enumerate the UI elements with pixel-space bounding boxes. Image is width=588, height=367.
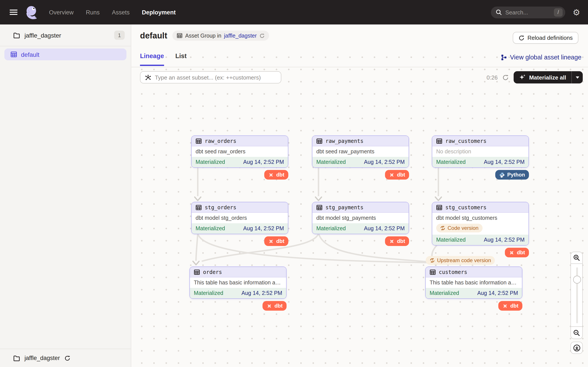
asset-node-stg_payments[interactable]: stg_payments dbt model stg_payments Mate… [312,202,409,234]
asset-status: Materialized [196,159,225,165]
search-placeholder: Search... [505,9,550,16]
upstream-code-version-label: Upstream code version [437,257,491,263]
dbt-badge: dbt [264,236,288,246]
sidebar-group-label: jaffle_dagster [25,32,61,39]
nav-item-runs[interactable]: Runs [86,9,100,16]
sidebar-group-jaffle-dagster[interactable]: jaffle_dagster 1 [0,25,131,46]
asset-node-header: stg_customers [432,202,528,213]
asset-name: raw_payments [326,138,363,144]
repo-label: jaffle_dagster [25,355,60,361]
asset-node-header: orders [190,267,286,277]
badge-label: dbt [397,238,405,244]
asset-node-raw_orders[interactable]: raw_orders dbt seed raw_orders Materiali… [191,135,288,168]
search-input[interactable]: Search... / [491,6,565,18]
asset-status-row: Materialized Aug 14, 2:52 PM [192,157,288,167]
asset-timestamp: Aug 14, 2:52 PM [243,225,284,232]
badge-label: dbt [510,303,519,309]
zoom-slider-handle[interactable] [573,276,581,284]
folder-icon [13,32,20,39]
asset-status-row: Materialized Aug 14, 2:52 PM [432,157,528,167]
asset-timestamp: Aug 14, 2:52 PM [477,290,518,296]
asset-node-stg_customers[interactable]: stg_customers dbt model stg_customers Co… [432,202,529,246]
upstream-code-version-tag: Upstream code version [426,256,495,265]
nav-links: Overview Runs Assets Deployment [49,9,176,16]
dbt-badge: dbt [499,301,522,311]
reload-repo-icon[interactable] [64,355,70,361]
folder-icon [13,355,20,362]
table-icon [436,204,442,210]
badge-label: dbt [276,238,284,244]
code-version-sync-icon [440,225,445,231]
asset-timestamp: Aug 14, 2:52 PM [364,225,405,232]
asset-group-icon [10,51,17,58]
dagster-logo-icon[interactable] [25,5,39,20]
asset-name: raw_customers [445,138,486,144]
asset-status: Materialized [430,290,459,296]
badge-label: Python [507,172,525,178]
asset-name: raw_orders [205,138,236,144]
top-nav: Overview Runs Assets Deployment Search..… [0,0,588,25]
menu-icon[interactable] [10,9,17,15]
asset-status: Materialized [436,159,466,165]
sidebar-item-label: default [21,51,39,58]
dbt-logo-icon [267,303,272,309]
dbt-logo-icon [268,172,274,178]
asset-name: stg_orders [205,204,236,210]
asset-tags: Code version [432,223,528,235]
asset-node-customers[interactable]: customers This table has basic informati… [425,267,522,299]
asset-node-orders[interactable]: orders This table has basic information … [190,267,286,299]
table-icon [196,204,202,210]
badge-label: dbt [397,172,405,178]
sidebar-item-default[interactable]: default [4,49,126,60]
asset-status: Materialized [194,290,223,296]
badge-label: dbt [517,250,525,256]
dbt-logo-icon [509,250,515,255]
asset-name: stg_payments [326,204,363,210]
asset-description: dbt seed raw_orders [192,146,288,157]
python-badge: Python [495,170,529,180]
asset-description: This table has basic information about .… [190,277,286,288]
asset-node-header: raw_customers [432,136,528,146]
zoom-controls [571,252,583,339]
asset-status-row: Materialized Aug 14, 2:52 PM [432,235,528,245]
asset-status-row: Materialized Aug 14, 2:52 PM [312,157,409,167]
dagster-app: Overview Runs Assets Deployment Search..… [0,0,588,367]
code-version-tag: Code version [436,224,482,233]
code-version-sync-icon [430,258,435,263]
asset-status-row: Materialized Aug 14, 2:52 PM [312,223,409,234]
sidebar: jaffle_dagster 1 default jaffle_dagster [0,25,131,367]
badge-label: dbt [275,303,283,309]
sidebar-footer-repo: jaffle_dagster [0,349,131,367]
asset-timestamp: Aug 14, 2:52 PM [484,237,525,243]
table-icon [194,269,200,275]
nav-item-assets[interactable]: Assets [112,9,130,16]
asset-timestamp: Aug 14, 2:52 PM [484,159,525,165]
asset-description: No description [432,146,528,157]
asset-node-raw_customers[interactable]: raw_customers No description Materialize… [432,135,529,168]
table-icon [196,138,202,144]
dbt-badge: dbt [263,301,286,311]
search-shortcut-key: / [554,8,563,17]
zoom-slider[interactable] [571,264,583,327]
dbt-badge: dbt [264,170,288,180]
asset-node-raw_payments[interactable]: raw_payments dbt seed raw_payments Mater… [312,135,409,168]
asset-node-header: stg_orders [192,202,288,213]
search-icon [496,9,502,15]
download-graph-button[interactable] [571,342,583,354]
asset-node-header: stg_payments [312,202,409,213]
dbt-logo-icon [389,172,395,178]
badge-label: dbt [276,172,284,178]
dbt-logo-icon [389,238,395,244]
dbt-logo-icon [502,303,508,309]
zoom-in-button[interactable] [571,252,583,264]
gear-icon[interactable]: ⚙ [573,8,580,17]
asset-node-stg_orders[interactable]: stg_orders dbt model stg_orders Material… [191,202,288,234]
asset-description: This table has basic information about .… [426,277,522,288]
nav-item-deployment[interactable]: Deployment [142,9,176,16]
dbt-badge: dbt [505,248,529,257]
asset-status: Materialized [316,225,346,232]
nav-item-overview[interactable]: Overview [49,9,74,16]
zoom-out-button[interactable] [571,327,583,339]
asset-name: stg_customers [445,204,486,210]
main-panel: default Asset Group in jaffle_dagster Re… [131,25,588,367]
